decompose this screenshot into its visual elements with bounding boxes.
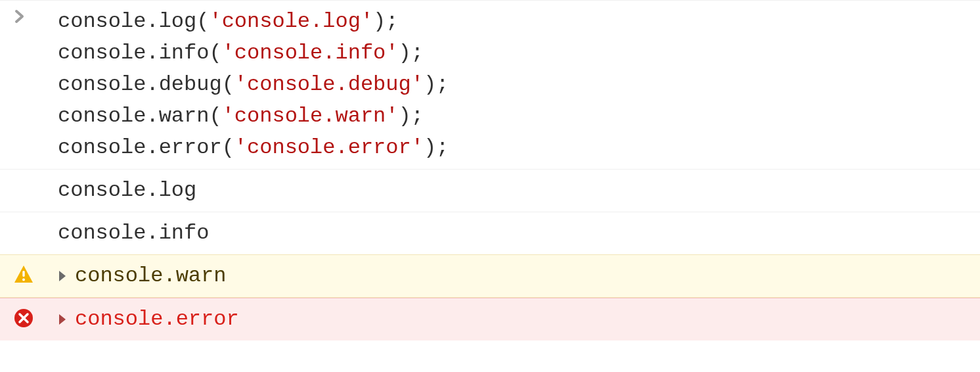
log-text: console.log — [58, 178, 196, 202]
output-gutter-warn — [0, 259, 58, 285]
output-message-info: console.info — [58, 216, 980, 250]
error-text: console.error — [75, 304, 239, 335]
warn-text: console.warn — [75, 260, 226, 292]
expand-triangle-icon[interactable] — [58, 269, 67, 283]
console-output-info: console.info — [0, 212, 980, 254]
console-input-code[interactable]: console.log('console.log'); console.info… — [58, 5, 980, 165]
code-line-4: console.warn('console.warn'); — [58, 101, 980, 132]
error-icon — [13, 308, 34, 329]
svg-marker-6 — [59, 314, 66, 325]
console-output-log: console.log — [0, 169, 980, 212]
svg-rect-0 — [22, 271, 24, 277]
input-prompt-gutter — [0, 5, 58, 26]
output-message-error: console.error — [58, 302, 980, 337]
output-message-warn: console.warn — [58, 259, 980, 293]
expand-triangle-icon[interactable] — [58, 313, 67, 326]
console-input-row[interactable]: console.log('console.log'); console.info… — [0, 0, 980, 169]
warning-icon — [13, 264, 34, 285]
info-text: console.info — [58, 221, 209, 245]
code-line-5: console.error('console.error'); — [58, 132, 980, 164]
output-gutter-log — [0, 174, 58, 176]
svg-point-1 — [22, 279, 25, 281]
console-output-warn[interactable]: console.warn — [0, 254, 980, 298]
output-gutter-error — [0, 302, 58, 329]
svg-marker-2 — [59, 271, 66, 281]
code-line-3: console.debug('console.debug'); — [58, 69, 980, 101]
chevron-right-icon — [13, 7, 26, 26]
code-line-1: console.log('console.log'); — [58, 6, 980, 37]
console-output-error[interactable]: console.error — [0, 298, 980, 340]
output-gutter-info — [0, 216, 58, 219]
code-line-2: console.info('console.info'); — [58, 37, 980, 69]
output-message-log: console.log — [58, 174, 980, 208]
